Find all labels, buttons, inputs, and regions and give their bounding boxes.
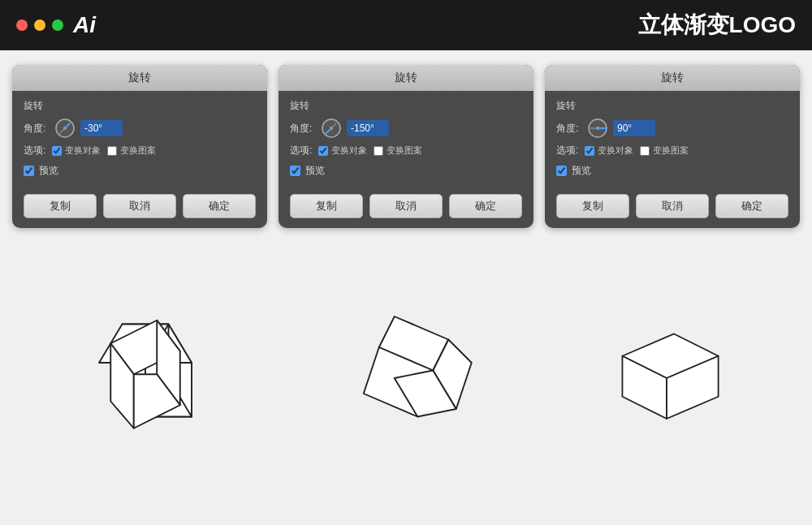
preview-cb-3[interactable] [556, 166, 567, 176]
angle-input-3[interactable] [613, 120, 655, 136]
copy-button-3[interactable]: 复制 [556, 194, 629, 218]
transform-pattern-cb-2[interactable] [374, 146, 383, 156]
angle-row-2: 角度: [290, 118, 522, 139]
preview-label-3: 预览 [572, 164, 591, 178]
dialog-body-1: 旋转 角度: 选项: [12, 91, 267, 194]
dialog-body-2: 旋转 角度: 选项: [279, 91, 533, 194]
dialog-buttons-2: 复制 取消 确定 [279, 194, 533, 218]
dialog-panel-1: 旋转 旋转 角度: [12, 65, 267, 228]
cb1-label-3: 变换对象 [598, 144, 633, 157]
preview-cb-2[interactable] [290, 166, 300, 176]
cb1-group-3: 变换对象 [585, 144, 633, 157]
panels-row: 旋转 旋转 角度: [12, 65, 800, 228]
options-label-2: 选项: [290, 144, 312, 157]
options-row-3: 选项: 变换对象 变换图案 [556, 144, 788, 157]
dialog-title-1: 旋转 [12, 65, 267, 91]
shape-3 [542, 301, 792, 455]
dial-icon-3 [587, 118, 608, 139]
dial-icon-1 [54, 118, 76, 139]
cb2-group-2: 变换图案 [374, 144, 422, 157]
options-label-1: 选项: [24, 144, 45, 157]
transform-pattern-cb-1[interactable] [107, 146, 117, 156]
cb2-group-1: 变换图案 [107, 144, 156, 157]
copy-button-2[interactable]: 复制 [290, 194, 363, 218]
angle-label-1: 角度: [24, 122, 50, 136]
angle-input-2[interactable] [347, 120, 389, 136]
main-content: 旋转 旋转 角度: [0, 50, 812, 525]
close-button[interactable] [16, 19, 28, 31]
copy-button-1[interactable]: 复制 [24, 194, 97, 218]
cb1-label-1: 变换对象 [65, 144, 101, 157]
angle-row-3: 角度: [556, 118, 788, 139]
cb1-label-2: 变换对象 [331, 144, 367, 157]
section-label-1: 旋转 [24, 99, 256, 113]
shape-1 [20, 301, 270, 455]
angle-label-3: 角度: [556, 122, 582, 136]
cb1-group-1: 变换对象 [52, 144, 101, 157]
cb2-group-3: 变换图案 [640, 144, 689, 157]
ok-button-1[interactable]: 确定 [183, 194, 256, 218]
dial-icon-2 [321, 118, 342, 139]
cb2-label-2: 变换图案 [387, 144, 422, 157]
transform-objects-cb-1[interactable] [52, 146, 62, 156]
cb2-label-1: 变换图案 [120, 144, 156, 157]
shape-2 [281, 301, 530, 455]
preview-cb-1[interactable] [24, 166, 34, 176]
titlebar: Ai 立体渐变LOGO [0, 0, 812, 50]
dialog-panel-2: 旋转 旋转 角度: [279, 65, 533, 228]
dialog-title-3: 旋转 [545, 65, 800, 91]
dialog-panel-3: 旋转 旋转 角度: [545, 65, 800, 228]
options-label-3: 选项: [556, 144, 578, 157]
section-label-3: 旋转 [556, 99, 788, 113]
section-label-2: 旋转 [290, 99, 522, 113]
cb2-label-3: 变换图案 [653, 144, 689, 157]
cancel-button-3[interactable]: 取消 [636, 194, 709, 218]
angle-input-1[interactable] [80, 120, 123, 136]
ok-button-3[interactable]: 确定 [715, 194, 788, 218]
transform-pattern-cb-3[interactable] [640, 146, 650, 156]
page-title: 立体渐变LOGO [638, 10, 796, 41]
dialog-title-2: 旋转 [279, 65, 533, 91]
preview-row-2: 预览 [290, 164, 522, 178]
preview-row-3: 预览 [556, 164, 788, 178]
transform-objects-cb-3[interactable] [585, 146, 594, 156]
angle-label-2: 角度: [290, 122, 316, 136]
dialog-buttons-3: 复制 取消 确定 [545, 194, 800, 218]
app-name: Ai [73, 12, 96, 38]
cb1-group-2: 变换对象 [318, 144, 367, 157]
cancel-button-2[interactable]: 取消 [369, 194, 443, 218]
titlebar-left: Ai [16, 12, 96, 38]
angle-row-1: 角度: [24, 118, 256, 139]
preview-row-1: 预览 [24, 164, 256, 178]
minimize-button[interactable] [34, 19, 45, 31]
options-row-2: 选项: 变换对象 变换图案 [290, 144, 522, 157]
dialog-body-3: 旋转 角度: 选项: [545, 91, 800, 194]
preview-label-2: 预览 [305, 164, 325, 178]
fullscreen-button[interactable] [52, 19, 63, 31]
dialog-buttons-1: 复制 取消 确定 [12, 194, 267, 218]
ok-button-2[interactable]: 确定 [449, 194, 522, 218]
cancel-button-1[interactable]: 取消 [103, 194, 176, 218]
options-row-1: 选项: 变换对象 变换图案 [24, 144, 256, 157]
preview-label-1: 预览 [39, 164, 58, 178]
traffic-lights [16, 19, 63, 31]
shapes-row [12, 239, 800, 517]
transform-objects-cb-2[interactable] [318, 146, 328, 156]
